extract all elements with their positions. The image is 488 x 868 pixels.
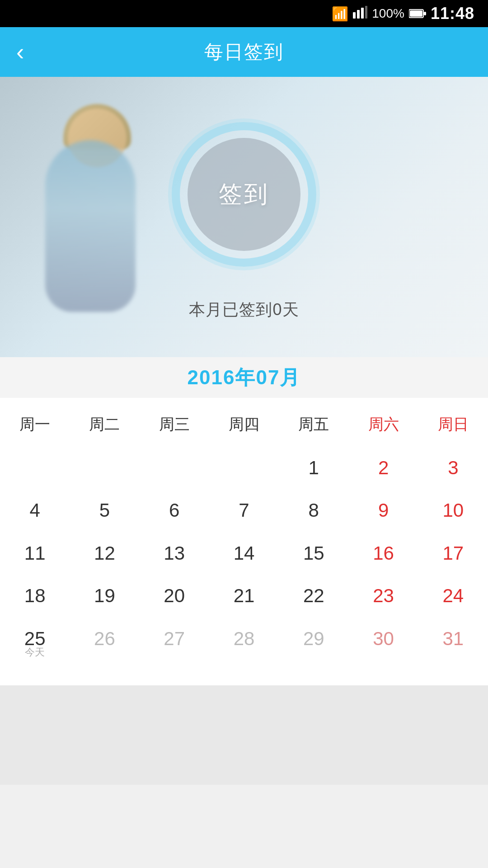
calendar-section: 2016年07月 周一 周二 周三 周四 周五 周六 周日 1 2 3 4 5 … (0, 357, 488, 685)
svg-rect-0 (353, 12, 356, 19)
day-cell-23[interactable]: 23 (348, 575, 418, 617)
calendar-grid: 1 2 3 4 5 6 7 8 9 10 11 12 13 14 15 16 1… (0, 447, 488, 667)
day-cell (0, 447, 70, 489)
day-cell-1[interactable]: 1 (279, 447, 348, 489)
weekday-tue: 周二 (70, 407, 139, 442)
day-cell-14[interactable]: 14 (209, 532, 279, 575)
wifi-icon: 📶 (332, 6, 348, 22)
day-cell-15[interactable]: 15 (279, 532, 348, 575)
footer-area (0, 685, 488, 785)
day-cell-7[interactable]: 7 (209, 489, 279, 532)
day-cell-29[interactable]: 29 (279, 618, 348, 667)
day-cell-2[interactable]: 2 (348, 447, 418, 489)
calendar-month-header: 2016年07月 (0, 357, 488, 398)
day-cell-3[interactable]: 3 (418, 447, 488, 489)
today-label: 今天 (0, 647, 70, 657)
day-cell-9[interactable]: 9 (348, 489, 418, 532)
svg-rect-3 (365, 6, 367, 19)
checkin-button-label: 签到 (219, 179, 269, 210)
figure-body (45, 140, 136, 312)
day-cell-4[interactable]: 4 (0, 489, 70, 532)
weekday-fri: 周五 (279, 407, 348, 442)
day-cell-18[interactable]: 18 (0, 575, 70, 617)
svg-rect-2 (361, 8, 364, 19)
day-cell-17[interactable]: 17 (418, 532, 488, 575)
svg-rect-1 (357, 10, 360, 19)
day-cell (140, 447, 209, 489)
app-bar: ‹ 每日签到 (0, 27, 488, 77)
status-time: 11:48 (431, 4, 474, 23)
app-bar-title: 每日签到 (204, 39, 284, 65)
day-cell-22[interactable]: 22 (279, 575, 348, 617)
checkin-button-wrap: 签到 (172, 122, 316, 267)
status-icons: 📶 100% 11:48 (332, 4, 474, 23)
weekday-wed: 周三 (140, 407, 209, 442)
battery-percent: 100% (372, 6, 404, 21)
weekday-sun: 周日 (418, 407, 488, 442)
back-button[interactable]: ‹ (16, 40, 24, 64)
day-cell (70, 447, 139, 489)
weekday-sat: 周六 (348, 407, 418, 442)
calendar-weekdays: 周一 周二 周三 周四 周五 周六 周日 (0, 398, 488, 447)
day-cell-28[interactable]: 28 (209, 618, 279, 667)
checkin-button[interactable]: 签到 (188, 138, 300, 251)
day-cell-6[interactable]: 6 (140, 489, 209, 532)
weekday-mon: 周一 (0, 407, 70, 442)
signal-icon (353, 6, 367, 22)
day-cell-16[interactable]: 16 (348, 532, 418, 575)
day-cell-8[interactable]: 8 (279, 489, 348, 532)
day-cell-19[interactable]: 19 (70, 575, 139, 617)
status-bar: 📶 100% 11:48 (0, 0, 488, 27)
day-cell (209, 447, 279, 489)
day-cell-20[interactable]: 20 (140, 575, 209, 617)
day-cell-25-today[interactable]: 25 今天 (0, 618, 70, 667)
svg-rect-5 (410, 10, 422, 17)
hero-section: 签到 本月已签到0天 (0, 77, 488, 357)
day-cell-27[interactable]: 27 (140, 618, 209, 667)
checkin-outer-ring: 签到 (172, 122, 316, 267)
day-cell-10[interactable]: 10 (418, 489, 488, 532)
svg-rect-6 (424, 12, 426, 15)
calendar-month-title: 2016年07月 (188, 364, 301, 391)
day-cell-30[interactable]: 30 (348, 618, 418, 667)
day-cell-13[interactable]: 13 (140, 532, 209, 575)
day-cell-24[interactable]: 24 (418, 575, 488, 617)
battery-icon (409, 9, 426, 19)
weekday-thu: 周四 (209, 407, 279, 442)
day-cell-21[interactable]: 21 (209, 575, 279, 617)
day-cell-11[interactable]: 11 (0, 532, 70, 575)
checkin-status-text: 本月已签到0天 (189, 299, 299, 321)
day-cell-5[interactable]: 5 (70, 489, 139, 532)
day-cell-12[interactable]: 12 (70, 532, 139, 575)
day-cell-31[interactable]: 31 (418, 618, 488, 667)
day-cell-26[interactable]: 26 (70, 618, 139, 667)
hero-figure (18, 104, 190, 330)
